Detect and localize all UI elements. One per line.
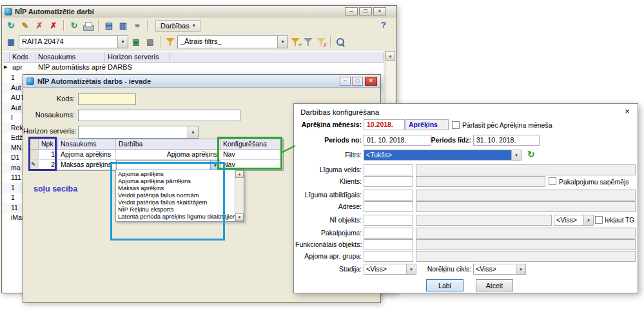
adrese-input[interactable] <box>364 201 413 212</box>
list-select-icon[interactable]: ▣ <box>130 35 142 48</box>
step-cell-konfiguresana[interactable]: Nav <box>220 160 283 170</box>
steps-header-darbiba[interactable]: Darbība <box>116 139 220 150</box>
row-edit-marker-icon[interactable]: ✎ <box>30 160 39 170</box>
nosaukums-input[interactable] <box>78 110 240 121</box>
scroll-up-icon[interactable]: ▲ <box>235 170 244 178</box>
column-header-horizon-serveris[interactable]: Horizon serveris <box>105 52 170 63</box>
step-cell-konfiguresana[interactable]: Nav <box>220 150 283 160</box>
dropdown-option[interactable]: Apjoma aprēķina pārrēķins <box>116 177 235 184</box>
chevron-down-icon[interactable]: ▾ <box>277 36 288 48</box>
chevron-down-icon[interactable]: ▾ <box>516 264 525 274</box>
pakalpojums-input[interactable] <box>364 228 413 239</box>
filter-clear-icon[interactable]: ✗ <box>315 36 327 48</box>
columns-icon[interactable]: ▥ <box>117 19 130 32</box>
atcelt-button[interactable]: Atcelt <box>476 279 513 291</box>
ieklaut-tg-checkbox[interactable] <box>595 216 603 224</box>
print-icon[interactable] <box>82 20 95 32</box>
darbibas-menu-button[interactable]: Darbības ▾ <box>155 20 200 32</box>
norekinu-cikls-combo[interactable]: <Viss> ▾ <box>473 264 526 275</box>
ni-objekts-lookup[interactable] <box>416 215 552 226</box>
kods-input[interactable] <box>78 93 136 105</box>
adrese-lookup[interactable] <box>416 201 636 212</box>
close-icon[interactable]: × <box>622 106 632 116</box>
dropdown-option[interactable]: Latentā perioda aprēķins līgumu skaitītā… <box>116 213 235 220</box>
help-icon[interactable]: ? <box>381 20 386 30</box>
delete-icon[interactable]: ✗ <box>47 19 60 32</box>
steps-header-npk[interactable]: Npk <box>39 139 58 150</box>
step-cell-nosaukums[interactable]: Maksas aprēķins <box>58 160 116 170</box>
close-icon[interactable]: × <box>365 77 377 86</box>
klients-lookup[interactable] <box>416 176 545 187</box>
chevron-down-icon[interactable]: ▾ <box>583 215 593 225</box>
quick-filter-combo[interactable]: _Ātrais filtrs_ ▾ <box>177 35 288 48</box>
hierarchy-icon[interactable]: ≡ <box>131 19 144 32</box>
filter-search-icon[interactable] <box>335 36 346 48</box>
parlasit-checkbox[interactable] <box>452 121 460 129</box>
step-cell-npk[interactable]: 2 <box>39 160 58 170</box>
liguma-veids-label: Līguma veids: <box>295 166 362 173</box>
delete-document-icon[interactable]: ✗ <box>33 19 46 32</box>
pakalpojums-lookup[interactable] <box>416 228 636 239</box>
step-cell-nosaukums[interactable]: Apjoma aprēķins <box>58 150 116 160</box>
save-icon[interactable]: ▨ <box>144 35 157 48</box>
edit-icon[interactable]: ✎ <box>19 19 32 32</box>
periods-lidz-input[interactable]: 31. 10. 2018. <box>473 135 540 146</box>
darbiba-combo[interactable]: ▾ <box>116 160 220 170</box>
filter-edit-icon[interactable] <box>302 36 314 48</box>
liguma-atbildigais-lookup[interactable] <box>416 190 636 201</box>
steps-header-nosaukums[interactable]: Nosaukums <box>58 139 116 150</box>
filtrs-combo[interactable]: <Tukšs> ▾ <box>364 150 522 161</box>
funkcionalais-objekts-input[interactable] <box>364 239 413 250</box>
dropdown-option[interactable]: Maksas aprēķins <box>116 184 235 192</box>
sync-icon[interactable]: ↻ <box>68 19 81 32</box>
dropdown-option[interactable]: Veidot patēriņa failus skaitītājiem <box>116 199 235 206</box>
refresh-icon[interactable]: ↻ <box>5 19 17 32</box>
chevron-down-icon[interactable]: ▾ <box>210 161 220 170</box>
scroll-down-icon[interactable]: ▼ <box>235 213 244 221</box>
liguma-veids-lookup[interactable] <box>416 164 636 175</box>
horizon-serveris-combo[interactable]: ▾ <box>78 126 199 139</box>
filter-icon[interactable] <box>164 36 176 48</box>
dropdown-option[interactable]: Veidot patēriņa failus normām <box>116 192 235 199</box>
dropdown-option[interactable]: Apjoma aprēķins <box>116 170 235 177</box>
pakalpojumu-sanemejs-checkbox[interactable] <box>549 177 556 185</box>
minimize-icon[interactable]: – <box>345 7 358 15</box>
apjoma-apr-grupa-lookup[interactable] <box>416 251 636 262</box>
klients-input[interactable] <box>364 176 413 187</box>
aprekina-menesis-label: Aprēķina mēnesis: <box>295 121 362 128</box>
ni-objekts-combo[interactable]: <Viss> ▾ <box>554 215 594 226</box>
edit-dialog-titlebar[interactable]: NĪP Automatizētais darbs - ievade – □ × <box>23 75 380 88</box>
liguma-veids-input[interactable] <box>364 164 413 175</box>
x-overlay-icon: ✗ <box>322 43 327 48</box>
chevron-down-icon[interactable]: ▾ <box>511 150 521 160</box>
main-window-titlebar[interactable]: NĪP Automatizētie darbi – □ × <box>2 6 396 17</box>
ni-objekts-input[interactable] <box>364 215 413 226</box>
filter-add-icon[interactable]: + <box>289 36 301 48</box>
close-icon[interactable]: × <box>373 7 386 15</box>
dropdown-option[interactable]: NĪP Rēķinu eksports <box>116 206 235 213</box>
table-row[interactable]: ▶ apr NĪP automātisks aprēķins DARBS <box>3 63 384 73</box>
refresh-filter-icon[interactable]: ↻ <box>527 149 535 159</box>
steps-header-konfiguresana[interactable]: Konfigurēšana <box>220 139 283 150</box>
labi-button[interactable]: Labi <box>426 279 463 291</box>
column-header-kods[interactable]: Kods <box>10 52 35 63</box>
export-table-icon[interactable]: ▤ <box>102 19 115 32</box>
apjoma-apr-grupa-input[interactable] <box>364 251 413 262</box>
step-cell-npk[interactable]: 1 <box>39 150 58 160</box>
maximize-icon[interactable]: □ <box>359 7 372 15</box>
list-select-combo[interactable]: RAITA 20474 ▾ <box>19 35 128 48</box>
aprekina-menesis-input[interactable]: 10.2018. <box>364 119 405 130</box>
chevron-down-icon[interactable]: ▾ <box>188 126 198 138</box>
grid-icon[interactable]: ▦ <box>5 35 17 48</box>
steps-row-selector[interactable] <box>30 150 39 160</box>
dropdown-scrollbar[interactable]: ▲ ▼ <box>235 170 244 221</box>
scroll-up-icon[interactable]: ▲ <box>385 51 395 61</box>
maximize-icon[interactable]: □ <box>352 77 363 86</box>
minimize-icon[interactable]: – <box>340 77 351 86</box>
ni-objekts-label: NĪ objekts: <box>295 216 362 224</box>
column-header-nosaukums[interactable]: Nosaukums <box>35 52 105 63</box>
step-cell-darbiba[interactable]: Apjoma aprēķins <box>116 150 220 160</box>
chevron-down-icon[interactable]: ▾ <box>117 36 128 48</box>
funkcionalais-objekts-lookup[interactable] <box>416 239 636 250</box>
liguma-atbildigais-input[interactable] <box>364 190 413 201</box>
